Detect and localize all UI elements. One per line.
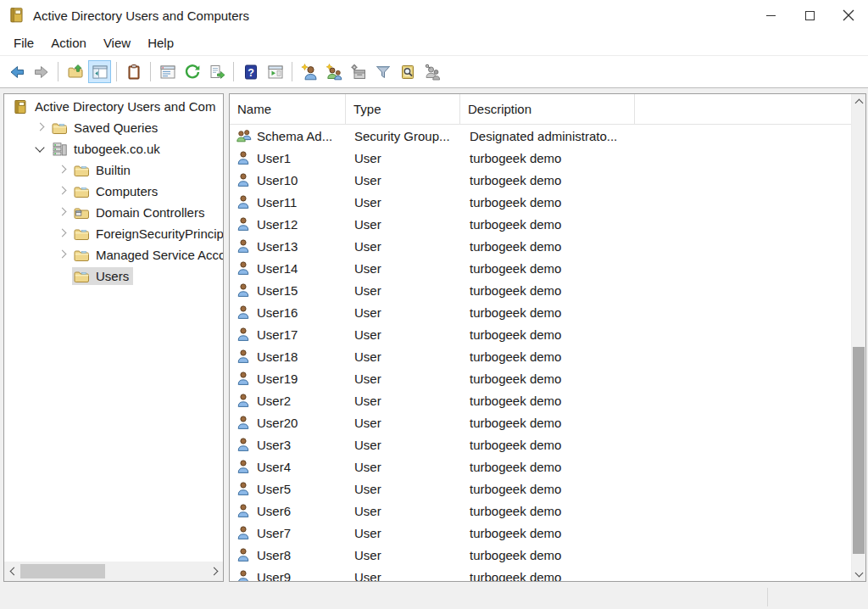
row-description: turbogeek demo [460,349,635,364]
column-header-type[interactable]: Type [346,94,460,124]
tree-item[interactable]: Users [4,265,223,287]
export-list-button[interactable] [205,60,228,83]
refresh-button[interactable] [181,60,203,83]
menu-file[interactable]: File [5,32,42,53]
help-button[interactable]: ? [239,60,262,83]
table-row[interactable]: User8 User turbogeek demo [230,544,851,566]
row-name: User7 [257,526,291,540]
group-icon [236,129,252,142]
table-row[interactable]: User6 User turbogeek demo [230,500,851,522]
console-tree: Active Directory Users and Com [4,94,223,287]
delegate-control-button[interactable] [420,60,443,83]
table-row[interactable]: User16 User turbogeek demo [230,301,851,323]
close-button[interactable] [829,0,868,31]
menu-action[interactable]: Action [42,32,95,53]
tree-item[interactable]: Computers [4,181,223,202]
new-user-button[interactable] [298,60,320,83]
scroll-left-arrow[interactable] [4,562,20,581]
table-row[interactable]: User3 User turbogeek demo [230,433,851,455]
horizontal-scrollbar-thumb[interactable] [20,564,105,578]
expander-icon[interactable] [55,181,72,202]
show-action-pane-icon [267,64,284,81]
menu-view[interactable]: View [95,32,139,53]
scroll-up-arrow[interactable] [852,94,866,109]
tree-item[interactable]: Builtin [4,159,223,181]
expander-icon[interactable] [55,202,72,223]
title-bar: Active Directory Users and Computers [0,0,868,31]
forward-button[interactable] [30,60,53,83]
status-bar-divider [767,588,768,606]
expander-icon[interactable] [55,223,72,244]
expander-icon[interactable] [55,159,72,181]
window-list-button[interactable] [156,60,179,83]
expander-icon[interactable] [55,244,72,265]
list-vertical-scrollbar[interactable] [851,94,865,581]
row-type: User [346,548,460,562]
show-action-pane-button[interactable] [264,60,287,83]
scroll-down-arrow[interactable] [852,567,866,581]
vertical-scrollbar-thumb[interactable] [853,347,865,554]
tree-item[interactable]: ForeignSecurityPrincipals [4,223,223,244]
find-button[interactable] [396,60,419,83]
object-icon [236,217,252,231]
clipboard-button[interactable] [122,60,145,83]
table-row[interactable]: User14 User turbogeek demo [230,257,851,279]
row-name: User3 [257,438,291,452]
table-row[interactable]: User18 User turbogeek demo [230,345,851,367]
row-name: User6 [257,504,291,518]
expander-icon[interactable] [33,138,50,159]
table-row[interactable]: User10 User turbogeek demo [230,169,851,191]
new-organizational-unit-button[interactable] [347,60,370,83]
tree-item[interactable]: Active Directory Users and Com [4,96,223,117]
filter-button[interactable] [371,60,394,83]
row-description: turbogeek demo [460,526,635,540]
delegate-control-icon [424,64,441,81]
row-description: turbogeek demo [460,372,635,386]
row-name: User10 [257,173,298,187]
row-type: User [346,151,460,165]
table-row[interactable]: Schema Ad... Security Group... Designate… [230,125,851,147]
column-header-name[interactable]: Name [230,94,346,124]
table-row[interactable]: User7 User turbogeek demo [230,522,851,544]
column-header-description[interactable]: Description [460,94,635,124]
table-row[interactable]: User17 User turbogeek demo [230,323,851,345]
menu-help[interactable]: Help [139,32,182,53]
table-row[interactable]: User9 User turbogeek demo [230,566,851,581]
object-icon [236,438,252,451]
show-console-tree-button[interactable] [88,60,111,83]
table-row[interactable]: User13 User turbogeek demo [230,235,851,257]
tree-horizontal-scrollbar[interactable] [4,562,223,581]
table-row[interactable]: User20 User turbogeek demo [230,411,851,433]
maximize-button[interactable] [790,0,829,31]
row-description: turbogeek demo [460,283,635,298]
object-list-pane: Name Type Description Schema Ad... [229,93,866,582]
forward-icon [33,64,50,81]
new-group-button[interactable] [322,60,345,83]
minimize-button[interactable] [751,0,790,31]
table-row[interactable]: User15 User turbogeek demo [230,279,851,301]
row-type: User [346,239,460,254]
table-row[interactable]: User11 User turbogeek demo [230,191,851,213]
expander-icon[interactable] [55,265,72,287]
row-name: User4 [257,460,291,474]
tree-item[interactable]: Saved Queries [4,117,223,138]
table-row[interactable]: User4 User turbogeek demo [230,455,851,478]
toolbar-separator [150,62,151,81]
row-type: User [346,349,460,364]
tree-item[interactable]: Managed Service Accour [4,244,223,265]
tree-item[interactable]: tubogeek.co.uk [4,138,223,159]
table-row[interactable]: User19 User turbogeek demo [230,367,851,389]
show-console-tree-icon [92,64,108,81]
expander-icon[interactable] [33,117,50,138]
user-icon [236,460,252,473]
row-description: turbogeek demo [460,151,635,165]
scroll-right-arrow[interactable] [207,562,223,581]
table-row[interactable]: User1 User turbogeek demo [230,147,851,169]
back-button[interactable] [5,60,28,83]
up-one-level-button[interactable] [64,60,86,83]
table-row[interactable]: User2 User turbogeek demo [230,389,851,411]
tree-item[interactable]: Domain Controllers [4,202,223,223]
tree-item-label: Builtin [96,163,131,177]
table-row[interactable]: User12 User turbogeek demo [230,213,851,235]
table-row[interactable]: User5 User turbogeek demo [230,478,851,500]
